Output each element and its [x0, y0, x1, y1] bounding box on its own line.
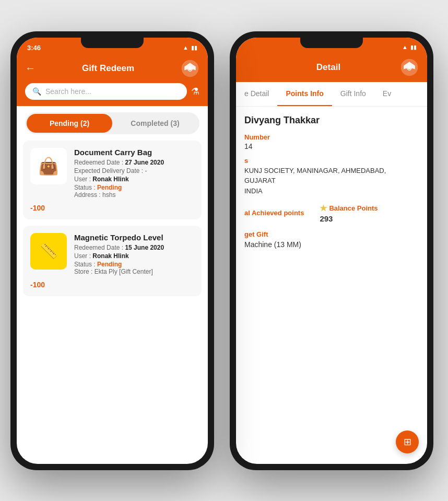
balance-points-label: ★ Balance Points [320, 203, 378, 213]
points-row: al Achieved points ★ Balance Points 293 [244, 203, 419, 223]
tab-completed[interactable]: Completed (3) [112, 114, 198, 133]
notch-right [300, 38, 363, 48]
gift-redeemed-date-2: Redeemed Date : 15 June 2020 [74, 244, 194, 251]
fab-button[interactable]: ⊞ [396, 430, 419, 453]
notch-left [81, 38, 144, 48]
fab-icon: ⊞ [404, 436, 411, 448]
gift-list: 👜 Document Carry Bag Redeemed Date : 27 … [17, 141, 208, 464]
detail-user-name: Divyang Thakkar [244, 115, 419, 126]
star-icon: ★ [320, 203, 327, 213]
status-icons-left: ▲ ▮▮ [183, 44, 197, 51]
tab-pending[interactable]: Pending (2) [27, 114, 112, 133]
page-title-left: Gift Redeem [82, 63, 134, 74]
detail-content-scroll: Divyang Thakkar Number 14 s KUNJ SOCIETY… [236, 107, 427, 464]
address-label: s [244, 157, 419, 165]
number-value: 14 [244, 142, 419, 150]
gift-card-1: 👜 Document Carry Bag Redeemed Date : 27 … [23, 141, 202, 219]
scene: 3:46 ▲ ▮▮ ← Gift Redeem [0, 0, 448, 501]
gift-card-2: 📏 Magnetic Torpedo Level Redeemed Date :… [23, 226, 202, 296]
brand-logo-left [181, 59, 199, 78]
gift-delivery-date-1: Expected Delivery Date : - [74, 167, 194, 174]
gift-status-1: Status : Pending [74, 184, 194, 191]
svg-point-3 [407, 65, 411, 69]
gift-store-2: Store : Ekta Ply [Gift Center] [74, 268, 194, 275]
status-icons-right: ▲ ▮▮ [402, 44, 417, 51]
achieved-points-label: al Achieved points [244, 209, 304, 217]
gift-points-2: -100 [30, 281, 194, 289]
search-bar: 🔍 Search here... ⚗ [17, 83, 208, 106]
tab-ev[interactable]: Ev [374, 82, 399, 106]
tab-e-detail[interactable]: e Detail [236, 82, 277, 106]
svg-point-1 [188, 66, 192, 70]
search-icon: 🔍 [32, 87, 41, 96]
gift-image-2: 📏 [30, 233, 67, 270]
tab-switcher: Pending (2) Completed (3) [25, 112, 199, 134]
back-button[interactable]: ← [25, 62, 36, 74]
get-gift-value: Machine (13 MM) [244, 240, 419, 249]
tab-gift-info[interactable]: Gift Info [332, 82, 374, 106]
battery-icon-right: ▮▮ [410, 44, 417, 51]
detail-tabs: e Detail Points Info Gift Info Ev [236, 82, 427, 107]
address-line2: INDIA [244, 187, 263, 195]
address-value: KUNJ SOCIETY, MANINAGAR, AHMEDABAD, GUJA… [244, 166, 419, 196]
gift-image-1: 👜 [30, 148, 67, 184]
balance-points-value: 293 [320, 214, 378, 223]
right-app-header: Detail [236, 53, 427, 82]
gift-details-1: Document Carry Bag Redeemed Date : 27 Ju… [74, 148, 194, 199]
left-app-header: ← Gift Redeem [17, 54, 208, 83]
balance-points-col: ★ Balance Points 293 [320, 203, 378, 223]
left-phone: 3:46 ▲ ▮▮ ← Gift Redeem [10, 31, 214, 470]
detail-content: Divyang Thakkar Number 14 s KUNJ SOCIETY… [236, 107, 427, 258]
wifi-icon: ▲ [183, 44, 188, 51]
achieved-points-col: al Achieved points [244, 209, 304, 218]
right-phone: ▲ ▮▮ Detail e Detail Points Info G [230, 31, 433, 470]
gift-points-1: -100 [30, 204, 194, 212]
gift-address-1: Address : hshs [74, 191, 194, 199]
page-title-right: Detail [316, 62, 340, 73]
search-placeholder: Search here... [45, 87, 91, 96]
number-label: Number [244, 133, 419, 141]
bag-icon: 👜 [38, 156, 59, 176]
gift-user-2: User : Ronak Hlink [74, 252, 194, 260]
filter-icon[interactable]: ⚗ [191, 86, 199, 97]
gift-details-2: Magnetic Torpedo Level Redeemed Date : 1… [74, 233, 194, 275]
brand-logo-right [400, 58, 419, 77]
level-icon: 📏 [40, 242, 58, 260]
gift-status-2: Status : Pending [74, 261, 194, 268]
gift-user-1: User : Ronak Hlink [74, 176, 194, 183]
status-time-left: 3:46 [27, 44, 41, 52]
search-input-wrap[interactable]: 🔍 Search here... [25, 83, 187, 100]
get-gift-label: get Gift [244, 230, 419, 238]
battery-icon: ▮▮ [191, 44, 197, 51]
gift-name-1: Document Carry Bag [74, 148, 194, 157]
address-line1: KUNJ SOCIETY, MANINAGAR, AHMEDABAD, GUJA… [244, 167, 386, 185]
gift-redeemed-date-1: Redeemed Date : 27 June 2020 [74, 159, 194, 166]
tab-points-info[interactable]: Points Info [277, 82, 332, 106]
wifi-icon-right: ▲ [402, 44, 408, 50]
gift-name-2: Magnetic Torpedo Level [74, 233, 194, 242]
